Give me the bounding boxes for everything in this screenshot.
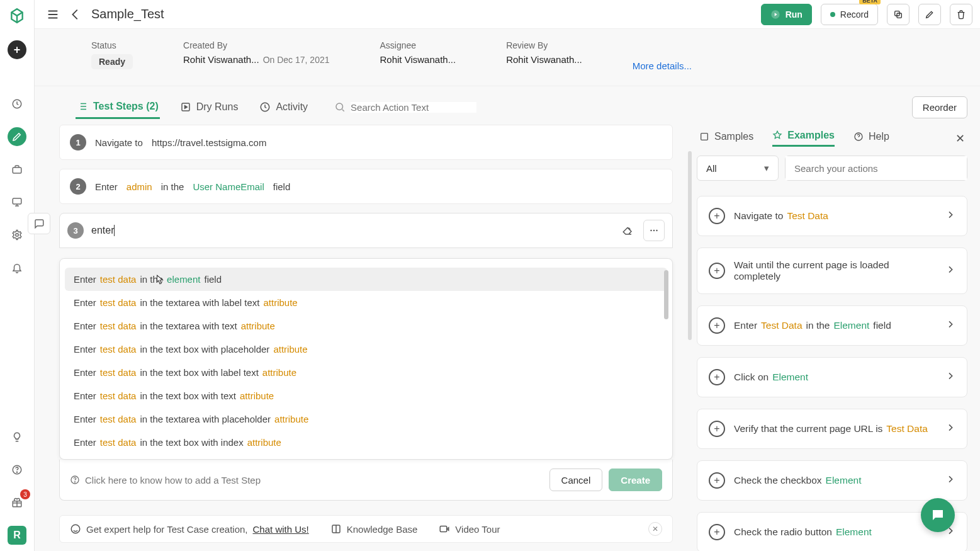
create-new-button[interactable]: + bbox=[8, 40, 26, 59]
tab-activity[interactable]: Activity bbox=[258, 96, 309, 118]
record-beta-badge: BETA bbox=[859, 0, 881, 4]
search-wrap bbox=[334, 101, 476, 113]
pencil-icon[interactable] bbox=[8, 127, 26, 146]
panel-tab-examples[interactable]: Examples bbox=[772, 130, 835, 147]
example-action-item[interactable]: +Wait until the current page is loaded c… bbox=[697, 247, 967, 294]
suggestion-item[interactable]: Enter test data in the textarea with lab… bbox=[65, 291, 667, 314]
back-arrow-icon[interactable] bbox=[69, 8, 82, 21]
bell-icon[interactable] bbox=[8, 258, 26, 277]
more-options-icon[interactable] bbox=[643, 220, 665, 241]
page-title: Sample_Test bbox=[91, 7, 164, 21]
plus-circle-icon: + bbox=[709, 369, 725, 385]
knowledge-base-link[interactable]: Knowledge Base bbox=[347, 524, 418, 535]
example-action-item[interactable]: +Check the checkboxElement bbox=[697, 460, 967, 501]
bulb-icon[interactable] bbox=[8, 428, 26, 446]
assignee-value: Rohit Viswanath... bbox=[380, 54, 456, 65]
run-button-label: Run bbox=[786, 9, 803, 20]
suggestion-item[interactable]: Enter test data in the text box with pla… bbox=[65, 338, 667, 361]
video-tour-link[interactable]: Video Tour bbox=[455, 524, 500, 535]
plus-circle-icon: + bbox=[709, 524, 725, 540]
more-details-link[interactable]: More details... bbox=[633, 60, 692, 71]
tab-dry-runs[interactable]: Dry Runs bbox=[179, 96, 240, 118]
panel-close-icon[interactable]: ✕ bbox=[955, 132, 965, 145]
suggestion-scrollbar[interactable] bbox=[664, 270, 668, 319]
svg-point-3 bbox=[16, 234, 19, 237]
chat-fab[interactable] bbox=[921, 498, 955, 532]
step-text: Navigate to bbox=[95, 137, 143, 148]
footer-text: Get expert help for Test Case creation, bbox=[86, 524, 248, 535]
cancel-button[interactable]: Cancel bbox=[549, 469, 603, 491]
eraser-icon[interactable] bbox=[617, 220, 638, 241]
tab-test-steps[interactable]: Test Steps (2) bbox=[76, 96, 160, 119]
gear-icon[interactable] bbox=[8, 225, 26, 244]
action-text: Check the checkboxElement bbox=[734, 475, 937, 486]
example-action-item[interactable]: +EnterTest Datain theElementfield bbox=[697, 305, 967, 346]
step-editor-input[interactable]: enter bbox=[91, 225, 609, 237]
step-chat-icon[interactable] bbox=[28, 213, 50, 234]
example-action-item[interactable]: +Navigate toTest Data bbox=[697, 196, 967, 236]
step-editor-footer: Click here to know how to add a Test Ste… bbox=[59, 460, 673, 501]
svg-point-12 bbox=[336, 103, 343, 110]
suggestion-item[interactable]: Enter test data in the textarea with tex… bbox=[65, 314, 667, 338]
panel-search-input[interactable] bbox=[786, 156, 967, 180]
record-button[interactable]: Record bbox=[821, 4, 878, 25]
help-icon[interactable] bbox=[8, 460, 26, 479]
tab-activity-label: Activity bbox=[276, 101, 308, 113]
status-label: Status bbox=[91, 40, 133, 50]
tab-dry-runs-label: Dry Runs bbox=[196, 101, 239, 113]
svg-rect-1 bbox=[13, 168, 21, 173]
run-button[interactable]: Run bbox=[761, 4, 812, 25]
footer-close-icon[interactable]: ✕ bbox=[648, 522, 662, 536]
chat-icon bbox=[70, 523, 81, 535]
search-action-input[interactable] bbox=[351, 102, 476, 113]
suggestion-item[interactable]: Enter test data in the text box with tex… bbox=[65, 384, 667, 407]
briefcase-icon[interactable] bbox=[8, 160, 26, 179]
record-button-label: Record bbox=[840, 9, 869, 20]
panel-tab-label: Examples bbox=[787, 130, 835, 141]
user-avatar[interactable]: R bbox=[8, 526, 26, 545]
create-button[interactable]: Create bbox=[609, 469, 662, 491]
svg-point-14 bbox=[653, 230, 655, 231]
record-dot-icon bbox=[830, 12, 835, 17]
svg-point-18 bbox=[71, 525, 80, 533]
add-step-hint[interactable]: Click here to know how to add a Test Ste… bbox=[70, 475, 261, 486]
plus-circle-icon: + bbox=[709, 208, 725, 224]
monitor-icon[interactable] bbox=[8, 193, 26, 212]
edit-button[interactable] bbox=[918, 4, 941, 25]
tab-bar: Test Steps (2) Dry Runs Activity Reorder bbox=[76, 93, 967, 121]
svg-rect-21 bbox=[701, 133, 708, 140]
meta-row: Status Ready Created By Rohit Viswanath.… bbox=[91, 35, 967, 82]
hint-text: Click here to know how to add a Test Ste… bbox=[85, 475, 261, 486]
delete-button[interactable] bbox=[950, 4, 972, 25]
hamburger-icon[interactable] bbox=[46, 8, 60, 21]
copy-button[interactable] bbox=[887, 4, 910, 25]
step-number: 2 bbox=[70, 178, 86, 195]
steps-main: 1 Navigate to https://travel.testsigma.c… bbox=[59, 125, 673, 501]
reorder-button[interactable]: Reorder bbox=[912, 96, 967, 118]
panel-tab-help[interactable]: Help bbox=[853, 131, 889, 146]
chevron-down-icon: ▾ bbox=[764, 162, 769, 174]
step-element-token: User NameEmail bbox=[193, 181, 264, 192]
step-text: field bbox=[273, 181, 291, 192]
gift-icon[interactable]: 3 bbox=[8, 493, 26, 512]
svg-point-15 bbox=[656, 230, 657, 231]
svg-rect-20 bbox=[441, 526, 448, 532]
example-action-item[interactable]: +Verify that the current page URL isTest… bbox=[697, 409, 967, 449]
step-row[interactable]: 2 Enter admin in the User NameEmail fiel… bbox=[59, 169, 673, 204]
tab-test-steps-label: Test Steps (2) bbox=[93, 101, 159, 112]
example-action-item[interactable]: +Click onElement bbox=[697, 357, 967, 397]
step-url: https://travel.testsigma.com bbox=[152, 137, 267, 148]
suggestion-item[interactable]: Enter test data in the textarea with pla… bbox=[65, 407, 667, 431]
suggestion-item[interactable]: Enter test data in the text box with lab… bbox=[65, 361, 667, 384]
chat-with-us-link[interactable]: Chat with Us! bbox=[253, 524, 309, 535]
main-scrollbar[interactable] bbox=[688, 126, 693, 516]
chevron-right-icon bbox=[945, 371, 955, 383]
panel-tab-samples[interactable]: Samples bbox=[699, 131, 753, 146]
dashboard-icon[interactable] bbox=[8, 94, 26, 113]
suggestion-item[interactable]: Enter test data in the text box with ind… bbox=[65, 431, 667, 454]
panel-filter-select[interactable]: All ▾ bbox=[697, 156, 779, 181]
step-row[interactable]: 1 Navigate to https://travel.testsigma.c… bbox=[59, 125, 673, 160]
review-by-label: Review By bbox=[506, 40, 582, 50]
suggestion-item[interactable]: Enter test data in the element field bbox=[65, 268, 667, 291]
created-by-label: Created By bbox=[183, 40, 329, 50]
